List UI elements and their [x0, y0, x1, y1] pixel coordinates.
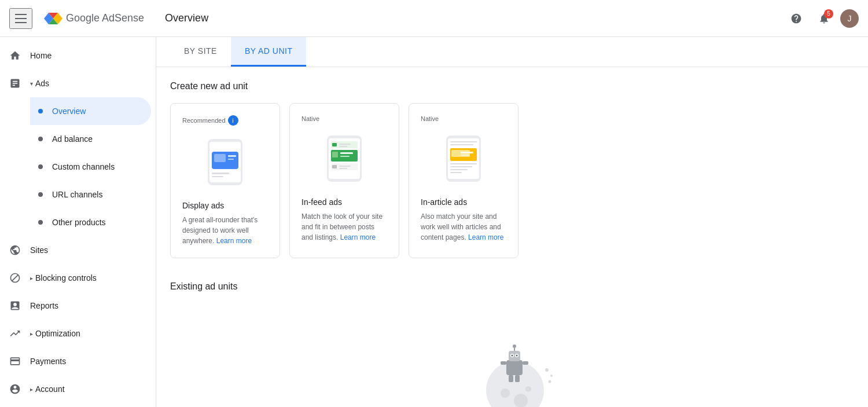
svg-point-36 [514, 394, 528, 407]
ads-submenu: Overview Ad balance Custom channels URL … [30, 97, 156, 236]
sidebar-item-payments[interactable]: Payments [0, 347, 151, 375]
svg-rect-12 [339, 144, 351, 145]
help-button[interactable] [785, 7, 808, 30]
in-feed-ads-name: In-feed ads [301, 197, 387, 207]
sidebar-label-url-channels: URL channels [52, 190, 102, 199]
notifications-button[interactable]: 5 [812, 7, 836, 30]
custom-channels-dot [38, 164, 43, 169]
svg-point-38 [545, 368, 549, 372]
sidebar-item-sites[interactable]: Sites [0, 236, 151, 264]
svg-rect-50 [515, 375, 520, 382]
svg-point-48 [513, 344, 516, 348]
svg-rect-17 [340, 156, 350, 157]
in-article-ads-name: In-article ads [421, 197, 506, 207]
svg-rect-32 [450, 169, 468, 170]
sidebar-item-home[interactable]: Home [0, 42, 151, 69]
sidebar-label-account: Account [35, 384, 65, 394]
sidebar-item-feedback[interactable]: Feedback [0, 403, 151, 407]
sidebar-label-ads: Ads [35, 79, 49, 88]
in-feed-badge: Native [301, 115, 387, 122]
sidebar-label-other-products: Other products [52, 218, 106, 227]
svg-rect-29 [461, 155, 470, 156]
svg-rect-20 [339, 166, 351, 167]
sidebar-label-ad-balance: Ad balance [52, 134, 93, 144]
svg-rect-33 [450, 172, 462, 173]
display-ads-illustration [187, 133, 263, 191]
optimization-collapse-icon: ▸ [30, 331, 33, 337]
notification-badge: 5 [824, 9, 833, 19]
avatar[interactable]: J [840, 9, 859, 28]
empty-illustration [466, 327, 558, 407]
svg-rect-4 [228, 155, 236, 157]
in-feed-ads-image [301, 127, 387, 190]
topbar-right: 5 J [785, 7, 859, 30]
sidebar-label-blocking-controls: Blocking controls [35, 273, 97, 283]
display-ads-badge: Recommended i [182, 115, 268, 126]
sidebar-item-ads[interactable]: ▾ Ads [0, 69, 151, 97]
in-article-ads-illustration [426, 130, 501, 188]
svg-rect-7 [212, 176, 223, 177]
sidebar-item-account[interactable]: ▸ Account [0, 375, 151, 403]
svg-rect-6 [212, 173, 229, 174]
sidebar-label-home: Home [30, 51, 52, 60]
sidebar-item-reports[interactable]: Reports [0, 292, 151, 320]
ad-balance-dot [38, 137, 43, 141]
svg-rect-51 [501, 361, 506, 365]
sidebar-item-ad-balance[interactable]: Ad balance [30, 125, 151, 153]
sidebar-item-other-products[interactable]: Other products [30, 208, 151, 236]
in-feed-ads-desc: Match the look of your site and fit in b… [301, 211, 387, 243]
sidebar-label-reports: Reports [30, 301, 58, 310]
svg-rect-16 [340, 152, 353, 154]
display-ads-learn-more[interactable]: Learn more [216, 237, 252, 245]
robot-moon-illustration [466, 327, 558, 407]
in-feed-ads-learn-more[interactable]: Learn more [340, 233, 376, 241]
empty-state: Create an ad unit, see it here [170, 303, 854, 407]
in-article-ads-image [421, 127, 506, 190]
sidebar-item-custom-channels[interactable]: Custom channels [30, 153, 151, 181]
sidebar-label-overview: Overview [52, 107, 86, 116]
svg-point-35 [501, 388, 510, 398]
in-article-ads-learn-more[interactable]: Learn more [468, 233, 503, 241]
page-title: Overview [165, 12, 208, 24]
tab-by-site[interactable]: BY SITE [170, 37, 231, 67]
svg-point-37 [525, 386, 531, 392]
topbar: Google AdSense Overview 5 J [0, 0, 868, 37]
optimization-icon [9, 328, 21, 339]
app-name: Google AdSense [66, 12, 144, 24]
in-feed-ads-card[interactable]: Native [289, 103, 399, 258]
display-ads-desc: A great all-rounder that's designed to w… [182, 215, 268, 246]
svg-rect-49 [509, 375, 513, 382]
main-content: BY SITE BY AD UNIT Create new ad unit Re… [156, 37, 868, 407]
topbar-left: Google AdSense Overview [9, 8, 208, 29]
in-article-ads-card[interactable]: Native [409, 103, 518, 258]
display-ads-name: Display ads [182, 201, 268, 210]
sidebar-item-optimization[interactable]: ▸ Optimization [0, 320, 151, 347]
account-icon [9, 383, 21, 395]
payments-icon [9, 355, 21, 367]
sidebar-item-overview[interactable]: Overview [30, 97, 151, 125]
blocking-collapse-icon: ▸ [30, 275, 33, 281]
svg-rect-11 [332, 143, 337, 146]
sidebar-item-url-channels[interactable]: URL channels [30, 181, 151, 208]
sidebar-label-payments: Payments [30, 357, 66, 366]
tab-by-ad-unit[interactable]: BY AD UNIT [231, 37, 307, 67]
tabs-bar: BY SITE BY AD UNIT [156, 37, 868, 67]
display-ads-card[interactable]: Recommended i [170, 103, 280, 258]
menu-button[interactable] [9, 8, 32, 29]
blocking-icon [9, 272, 21, 284]
sidebar-item-blocking-controls[interactable]: ▸ Blocking controls [0, 264, 151, 292]
url-channels-dot [38, 192, 43, 197]
sidebar-label-custom-channels: Custom channels [52, 162, 115, 171]
svg-rect-28 [461, 152, 473, 153]
account-collapse-icon: ▸ [30, 386, 33, 393]
display-ads-info-icon[interactable]: i [228, 115, 238, 126]
svg-point-45 [512, 355, 513, 357]
other-products-dot [38, 220, 43, 225]
svg-rect-13 [339, 146, 347, 147]
home-icon [9, 50, 21, 61]
svg-point-40 [549, 380, 551, 383]
overview-dot [38, 109, 43, 113]
sidebar: Home ▾ Ads Overview Ad balance [0, 37, 156, 407]
ads-collapse-icon: ▾ [30, 80, 33, 87]
reports-icon [9, 300, 21, 311]
